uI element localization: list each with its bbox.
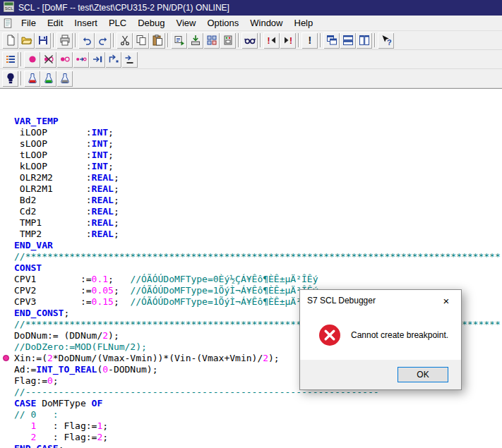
- blocks-button[interactable]: [203, 32, 220, 49]
- tile-vertical-button[interactable]: [356, 32, 372, 49]
- code-line[interactable]: VAR_TEMP: [14, 116, 502, 127]
- code-segment: CASE: [14, 398, 36, 408]
- delete-breakpoints-button[interactable]: [40, 52, 56, 68]
- step-statement-button[interactable]: [89, 52, 105, 68]
- code-line[interactable]: Cd2 :REAL;: [14, 206, 502, 217]
- toolbar-separator: [320, 33, 321, 47]
- code-line[interactable]: tLOOP :INT;: [14, 150, 502, 161]
- code-line[interactable]: OLR2M1 :REAL;: [14, 183, 502, 195]
- code-segment: ;: [114, 285, 130, 296]
- code-line[interactable]: CASE DoMFType OF: [14, 398, 502, 409]
- code-segment: INT: [92, 150, 108, 160]
- redo-button[interactable]: [95, 32, 111, 49]
- code-segment: DoDNum:= (DDNum/: [14, 330, 102, 341]
- plc-state-button[interactable]: [220, 32, 236, 49]
- menu-view[interactable]: View: [170, 16, 201, 30]
- code-editor[interactable]: VAR_TEMP iLOOP :INT; sLOOP :INT; tLOOP :…: [0, 88, 502, 448]
- code-segment: -DODNum);: [108, 364, 157, 375]
- code-line[interactable]: kLOOP :INT;: [14, 161, 502, 172]
- code-segment: Xin:=(: [14, 353, 47, 363]
- code-segment: ;: [114, 229, 119, 239]
- code-segment: INT: [92, 127, 108, 138]
- code-segment: TMP1 :: [14, 217, 92, 228]
- code-segment: Ad:=: [14, 364, 36, 375]
- cut-button[interactable]: [116, 32, 133, 49]
- code-line[interactable]: OLR2M2 :REAL;: [14, 172, 502, 183]
- lamp-button[interactable]: [2, 71, 18, 87]
- resume-button[interactable]: [73, 52, 89, 68]
- call-structure-button[interactable]: [2, 52, 18, 68]
- code-segment: REAL: [92, 195, 114, 205]
- compile-button[interactable]: [171, 32, 187, 49]
- scl-window: SCL SCL - [DoMF -- test\Ztest\CPU315-2 P…: [0, 0, 502, 88]
- toolbar-separator: [20, 71, 22, 85]
- download-button[interactable]: [187, 32, 203, 49]
- code-line[interactable]: iLOOP :INT;: [14, 127, 502, 138]
- copy-button[interactable]: [133, 32, 149, 49]
- code-segment: iLOOP :: [14, 127, 92, 138]
- delete-breakpoints-icon: [43, 54, 54, 65]
- tile-horizontal-button[interactable]: [340, 32, 356, 49]
- run-to-cursor-button[interactable]: [121, 52, 138, 68]
- flask-gray-button[interactable]: [56, 71, 73, 87]
- code-line[interactable]: TMP1 :REAL;: [14, 217, 502, 229]
- menu-insert[interactable]: Insert: [68, 16, 103, 30]
- print-button[interactable]: [56, 32, 73, 49]
- code-segment: //ÓÃÓÚDoMFType=0Èý½ÇÁ¥Êô¶ÈÊ±µÄ²ÎÊý: [130, 274, 318, 284]
- dialog-title: S7 SCL Debugger: [307, 296, 376, 305]
- code-line[interactable]: END_VAR: [14, 240, 502, 251]
- code-line[interactable]: END_CASE;: [14, 443, 502, 448]
- ok-button[interactable]: OK: [398, 367, 448, 382]
- code-line[interactable]: 1 : Flag:=1;: [14, 420, 502, 432]
- code-line[interactable]: Bd2 :REAL;: [14, 195, 502, 206]
- call-structure-icon: [5, 54, 16, 65]
- code-line[interactable]: sLOOP :INT;: [14, 138, 502, 150]
- toolbar-separator: [20, 52, 22, 66]
- breakpoint-marker[interactable]: [3, 355, 9, 361]
- menu-help[interactable]: Help: [289, 16, 319, 30]
- flask-gray-icon: [59, 73, 71, 84]
- code-segment: END_VAR: [14, 240, 53, 250]
- code-line[interactable]: TMP2 :REAL;: [14, 229, 502, 240]
- step-over-button[interactable]: [105, 52, 121, 68]
- save-button[interactable]: [35, 32, 51, 49]
- cascade-windows-button[interactable]: [323, 32, 340, 49]
- toolbar-separator: [298, 33, 299, 47]
- code-segment: ;: [102, 432, 108, 442]
- compile-icon: [174, 35, 185, 46]
- menu-file[interactable]: File: [16, 16, 42, 30]
- toolbar-separator: [374, 33, 376, 47]
- code-line[interactable]: CONST: [14, 262, 502, 274]
- next-error-button[interactable]: !: [280, 32, 296, 49]
- menu-window[interactable]: Window: [244, 16, 288, 30]
- flask-green-button[interactable]: [40, 71, 56, 87]
- menu-edit[interactable]: Edit: [42, 16, 68, 30]
- step-statement-icon: [92, 54, 103, 65]
- dialog-close-button[interactable]: ×: [431, 291, 461, 311]
- code-line[interactable]: 2 : Flag:=2;: [14, 432, 502, 443]
- open-file-button[interactable]: [18, 32, 35, 49]
- help-pointer-button[interactable]: ?: [378, 32, 394, 49]
- code-segment: //ÓÃÓÚDoMFType=1ÕýÌ¬Á¥Êô¶ÈÊ±µÄ²ÎÊý: [130, 296, 318, 307]
- code-line[interactable]: //**************************************…: [14, 251, 502, 262]
- undo-button[interactable]: [78, 32, 95, 49]
- set-breakpoint-button[interactable]: [24, 52, 40, 68]
- flask-green-icon: [43, 73, 54, 84]
- menu-debug[interactable]: Debug: [132, 16, 170, 30]
- activate-breakpoints-button[interactable]: [56, 52, 73, 68]
- menu-options[interactable]: Options: [201, 16, 244, 30]
- error-list-button[interactable]: !: [301, 32, 318, 49]
- code-line[interactable]: // 0 :: [14, 409, 502, 420]
- new-file-button[interactable]: [2, 32, 18, 49]
- flask-red-button[interactable]: [24, 71, 40, 87]
- tile-vertical-icon: [359, 35, 370, 46]
- toolbar-separator: [238, 33, 239, 47]
- glasses-button[interactable]: [241, 32, 258, 49]
- paste-button[interactable]: [149, 32, 165, 49]
- document-icon: [1, 18, 14, 29]
- code-line[interactable]: CPV1 :=0.1; //ÓÃÓÚDoMFType=0Èý½ÇÁ¥Êô¶ÈÊ±…: [14, 274, 502, 285]
- code-segment: [14, 420, 30, 431]
- prev-error-button[interactable]: !: [263, 32, 280, 49]
- menu-plc[interactable]: PLC: [103, 16, 132, 30]
- toolbar-debug: [0, 69, 502, 88]
